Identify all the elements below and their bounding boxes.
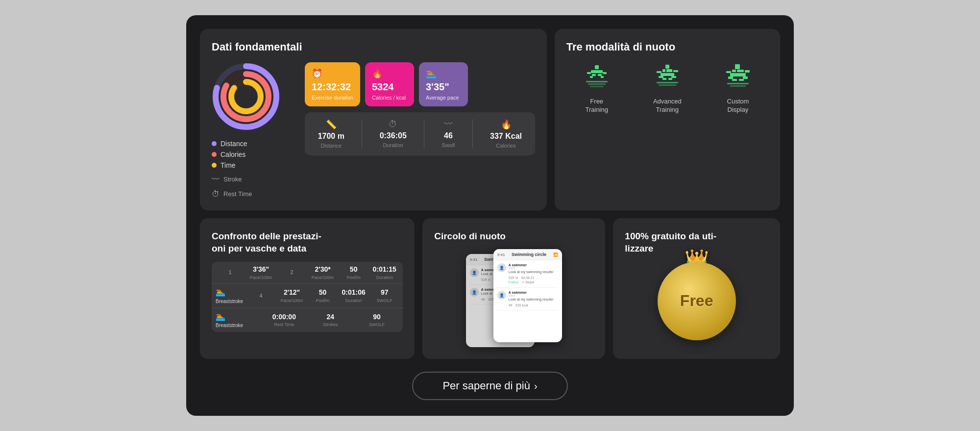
calories-card-label: Calories / kcal	[372, 95, 407, 101]
left-section: Distance Calories Time 〰 Stroke	[212, 62, 295, 199]
comp-cell-num2: 2	[277, 269, 306, 276]
comp-stroke-row2: 🏊 Breaststroke 0:00:00 Rest Time 24 Stro…	[212, 308, 403, 332]
card-confronto: Confronto delle prestazi-oni per vasche …	[200, 218, 415, 359]
calories-label: Calories	[220, 151, 245, 158]
free-training-icon-container	[581, 62, 612, 94]
distance-label: Distance	[220, 140, 247, 148]
comp-cell-dur2: 0:01:06 Duration	[339, 288, 368, 304]
svg-rect-9	[603, 72, 607, 74]
pace-value: 3'35"	[426, 81, 461, 93]
rest-item: ⏱ Rest Time	[212, 190, 252, 199]
fundamental-title: Dati fondamentali	[212, 41, 535, 53]
card-free: 100% gratuito da uti-lizzare 👑 Free	[613, 218, 780, 359]
free-training-label: FreeTraining	[585, 98, 608, 114]
distance-dot	[212, 141, 217, 146]
metric-swolf-label: Swolf	[441, 142, 455, 148]
post-stats-front1: 525 m 00:39:21	[509, 276, 554, 279]
time-dot	[212, 163, 217, 168]
svg-rect-21	[673, 70, 678, 72]
comp-cell-pace2: 2'30* Pace/100m	[308, 265, 337, 280]
bottom-row: Confronto delle prestazi-oni per vasche …	[200, 218, 780, 359]
mode-advanced-training: AdvancedTraining	[652, 62, 683, 114]
modes-grid: FreeTraining	[566, 62, 768, 114]
stat-card-pace: 🏊 3'35" Average pace	[419, 62, 468, 106]
advanced-training-label: AdvancedTraining	[653, 98, 682, 114]
metric-distance-label: Distance	[320, 143, 342, 149]
svg-rect-12	[590, 76, 593, 78]
svg-rect-15	[588, 83, 606, 85]
stat-cards-row: ⏰ 12:32:32 Exercise duration 🔥 5324 Calo…	[305, 62, 535, 106]
metric-duration-icon: ⏱	[389, 119, 397, 129]
comp-stroke-row1: 🏊 Breaststroke 4 2'12" Pace/100m 50 Pool…	[212, 284, 403, 308]
svg-rect-8	[587, 72, 591, 74]
post-stats-front2: 46 320 kcal	[509, 304, 554, 307]
metric-swolf-value: 46	[444, 131, 453, 140]
free-coin: Free	[658, 262, 736, 340]
post-text-front2: Look at my swimming results!	[509, 297, 554, 302]
pf2-stat-2: 320 kcal	[515, 304, 528, 307]
metric-duration-value: 0:36:05	[380, 131, 407, 140]
pf2-stat-1: 46	[509, 304, 513, 307]
share-icon: ↗ Share	[521, 280, 535, 284]
svg-rect-38	[739, 79, 744, 81]
comp-cell-pool2: 50 Pool/m	[308, 288, 337, 304]
comparison-table: 1 3'36" Pace/100m 2 2'30* Pace/100m 50 P…	[212, 262, 403, 332]
advanced-training-icon-container	[652, 62, 683, 94]
svg-rect-10	[592, 74, 596, 76]
comp-cell-num3: 4	[246, 292, 275, 300]
svg-rect-11	[598, 74, 602, 76]
svg-rect-7	[591, 70, 603, 73]
phone-time-front: 9:41	[497, 253, 505, 257]
duration-value: 12:32:32	[312, 81, 353, 93]
svg-rect-39	[727, 83, 749, 84]
phone-title-front: Swimming circle	[512, 252, 546, 257]
post-stat-b1: 46	[481, 298, 485, 301]
svg-rect-32	[726, 71, 731, 73]
comp-cell-swolf1: 97 SWOLF	[370, 288, 399, 304]
pace-icon: 🏊	[426, 68, 461, 79]
pf-stat-2: 00:39:21	[521, 276, 534, 279]
main-container: Dati fondamentali	[186, 15, 794, 416]
calories-value: 5324	[372, 81, 407, 93]
advanced-training-icon	[653, 63, 682, 93]
comp-stroke1-label: 🏊 Breaststroke	[216, 287, 245, 304]
stat-card-calories: 🔥 5324 Calories / kcal	[365, 62, 414, 106]
cta-label: Per saperne di più	[442, 380, 530, 392]
svg-point-5	[231, 82, 261, 111]
post-item-front2: 👤 A swimmer 0:0:4 Look at my swimming re…	[497, 291, 558, 310]
svg-rect-28	[659, 84, 676, 86]
svg-rect-6	[595, 65, 599, 69]
comp-cell-swolf2: 90 SWOLF	[355, 312, 399, 328]
mode-custom-display: CustomDisplay	[722, 62, 754, 114]
avatar-front2: 👤	[497, 291, 506, 300]
card-fundamental: Dati fondamentali	[200, 29, 547, 210]
comp-cell-pool1: 50 Pool/m	[339, 265, 368, 280]
metric-distance: 📏 1700 m Distance	[318, 119, 344, 149]
comp-cell-dur1: 0:01:15 Duration	[370, 265, 399, 280]
legend: Distance Calories Time	[212, 140, 247, 169]
stroke-item: 〰 Stroke	[212, 175, 242, 184]
svg-rect-30	[732, 70, 736, 72]
svg-rect-26	[668, 78, 672, 80]
svg-rect-29	[735, 64, 740, 69]
svg-rect-17	[665, 65, 669, 69]
avatar-back: 👤	[470, 268, 479, 277]
follow-button[interactable]: Follow	[509, 280, 518, 284]
cta-button[interactable]: Per saperne di più ›	[412, 372, 567, 400]
svg-rect-37	[732, 79, 737, 81]
phone-content-front: 👤 A swimmer 0:0:4 Look at my swimming re…	[493, 260, 562, 316]
post-name-front1: A swimmer	[509, 263, 554, 267]
svg-rect-16	[590, 86, 604, 87]
post-action-row: Follow ↗ Share	[509, 280, 554, 284]
svg-rect-40	[730, 85, 746, 87]
comp-stroke2-icon: 🏊	[216, 311, 260, 322]
svg-rect-18	[662, 69, 665, 72]
rest-icon: ⏱	[212, 190, 220, 199]
svg-rect-36	[743, 76, 748, 79]
svg-rect-31	[737, 70, 744, 72]
pace-label: Average pace	[426, 95, 461, 101]
comp-cell-rest: 0:00:00 Rest Time	[262, 312, 307, 328]
stat-card-duration: ⏰ 12:32:32 Exercise duration	[305, 62, 360, 106]
metric-distance-value: 1700 m	[318, 132, 344, 141]
stroke-icon: 〰	[212, 175, 220, 184]
